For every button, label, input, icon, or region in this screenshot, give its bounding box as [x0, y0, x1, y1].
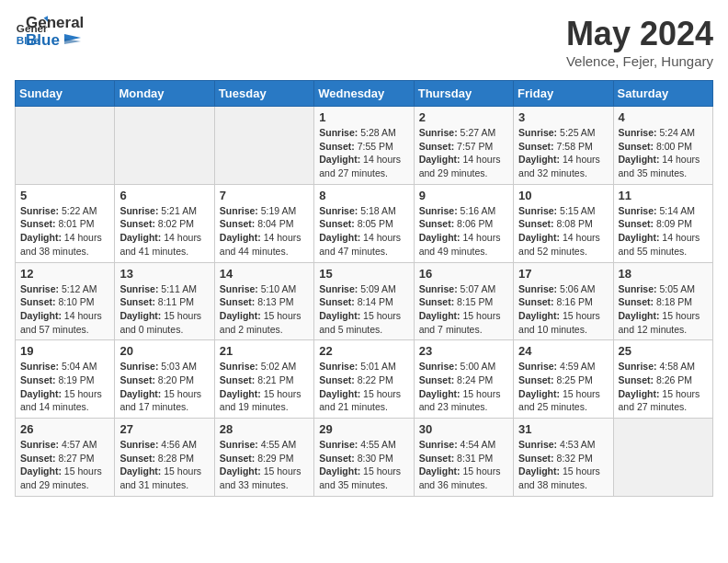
day-number: 17 [518, 267, 608, 281]
day-info: Sunrise: 5:05 AMSunset: 8:18 PMDaylight:… [619, 282, 708, 337]
day-number: 9 [419, 189, 508, 202]
day-info: Sunrise: 5:22 AMSunset: 8:01 PMDaylight:… [20, 204, 109, 259]
day-cell: 20Sunrise: 5:03 AMSunset: 8:20 PMDayligh… [115, 340, 214, 419]
day-info: Sunrise: 5:10 AMSunset: 8:13 PMDaylight:… [220, 282, 309, 337]
day-number: 28 [220, 422, 309, 436]
day-info: Sunrise: 4:59 AMSunset: 8:25 PMDaylight:… [518, 360, 608, 414]
day-info: Sunrise: 5:24 AMSunset: 8:00 PMDaylight:… [619, 126, 708, 180]
day-cell: 22Sunrise: 5:01 AMSunset: 8:22 PMDayligh… [314, 340, 414, 419]
day-info: Sunrise: 5:09 AMSunset: 8:14 PMDaylight:… [319, 282, 408, 337]
day-cell: 18Sunrise: 5:05 AMSunset: 8:18 PMDayligh… [613, 262, 712, 340]
day-number: 16 [419, 267, 508, 281]
day-number: 24 [518, 344, 608, 358]
week-row-5: 26Sunrise: 4:57 AMSunset: 8:27 PMDayligh… [16, 419, 713, 497]
weekday-header-saturday: Saturday [613, 81, 712, 107]
day-cell: 26Sunrise: 4:57 AMSunset: 8:27 PMDayligh… [16, 419, 115, 497]
day-info: Sunrise: 4:55 AMSunset: 8:30 PMDaylight:… [319, 438, 408, 492]
day-cell: 4Sunrise: 5:24 AMSunset: 8:00 PMDaylight… [613, 107, 712, 185]
day-number: 25 [619, 344, 708, 358]
day-cell: 6Sunrise: 5:21 AMSunset: 8:02 PMDaylight… [115, 184, 214, 262]
day-cell [16, 107, 115, 185]
day-cell: 13Sunrise: 5:11 AMSunset: 8:11 PMDayligh… [115, 262, 214, 340]
day-cell: 9Sunrise: 5:16 AMSunset: 8:06 PMDaylight… [414, 184, 513, 262]
day-number: 19 [20, 344, 109, 358]
day-number: 23 [419, 344, 508, 358]
day-info: Sunrise: 5:02 AMSunset: 8:21 PMDaylight:… [220, 360, 309, 414]
day-cell: 5Sunrise: 5:22 AMSunset: 8:01 PMDaylight… [16, 184, 115, 262]
day-info: Sunrise: 5:01 AMSunset: 8:22 PMDaylight:… [319, 360, 408, 414]
day-info: Sunrise: 5:03 AMSunset: 8:20 PMDaylight:… [119, 360, 209, 414]
day-cell: 8Sunrise: 5:18 AMSunset: 8:05 PMDaylight… [314, 184, 414, 262]
logo-blue-text: Blue [26, 32, 84, 50]
day-info: Sunrise: 4:53 AMSunset: 8:32 PMDaylight:… [518, 438, 608, 492]
week-row-2: 5Sunrise: 5:22 AMSunset: 8:01 PMDaylight… [16, 184, 713, 262]
day-number: 12 [20, 267, 109, 281]
day-number: 1 [319, 110, 408, 124]
day-number: 5 [20, 189, 109, 202]
day-number: 20 [119, 344, 209, 358]
weekday-header-wednesday: Wednesday [314, 81, 414, 107]
day-cell: 19Sunrise: 5:04 AMSunset: 8:19 PMDayligh… [16, 340, 115, 419]
day-info: Sunrise: 4:54 AMSunset: 8:31 PMDaylight:… [419, 438, 508, 492]
day-cell [214, 107, 313, 185]
day-cell: 14Sunrise: 5:10 AMSunset: 8:13 PMDayligh… [214, 262, 313, 340]
day-number: 2 [419, 110, 508, 124]
day-cell: 17Sunrise: 5:06 AMSunset: 8:16 PMDayligh… [514, 262, 613, 340]
day-number: 14 [220, 267, 309, 281]
day-number: 13 [119, 267, 209, 281]
day-cell: 15Sunrise: 5:09 AMSunset: 8:14 PMDayligh… [314, 262, 414, 340]
day-cell: 30Sunrise: 4:54 AMSunset: 8:31 PMDayligh… [414, 419, 513, 497]
day-cell: 2Sunrise: 5:27 AMSunset: 7:57 PMDaylight… [414, 107, 513, 185]
day-info: Sunrise: 5:04 AMSunset: 8:19 PMDaylight:… [20, 360, 109, 414]
day-info: Sunrise: 5:07 AMSunset: 8:15 PMDaylight:… [419, 282, 508, 337]
day-number: 21 [220, 344, 309, 358]
day-number: 26 [20, 422, 109, 436]
day-number: 31 [518, 422, 608, 436]
weekday-header-row: SundayMondayTuesdayWednesdayThursdayFrid… [16, 81, 713, 107]
day-number: 6 [119, 189, 209, 202]
day-cell: 23Sunrise: 5:00 AMSunset: 8:24 PMDayligh… [414, 340, 513, 419]
day-info: Sunrise: 5:27 AMSunset: 7:57 PMDaylight:… [419, 126, 508, 180]
day-cell: 29Sunrise: 4:55 AMSunset: 8:30 PMDayligh… [314, 419, 414, 497]
day-info: Sunrise: 5:21 AMSunset: 8:02 PMDaylight:… [119, 204, 209, 259]
day-cell: 21Sunrise: 5:02 AMSunset: 8:21 PMDayligh… [214, 340, 313, 419]
day-info: Sunrise: 5:19 AMSunset: 8:04 PMDaylight:… [220, 204, 309, 259]
logo: General Blue General Blue [15, 15, 84, 49]
day-cell [613, 419, 712, 497]
day-number: 11 [619, 189, 708, 202]
weekday-header-thursday: Thursday [414, 81, 513, 107]
day-cell: 3Sunrise: 5:25 AMSunset: 7:58 PMDaylight… [514, 107, 613, 185]
day-info: Sunrise: 4:56 AMSunset: 8:28 PMDaylight:… [119, 438, 209, 492]
day-info: Sunrise: 4:58 AMSunset: 8:26 PMDaylight:… [619, 360, 708, 414]
weekday-header-monday: Monday [115, 81, 214, 107]
logo-flag-icon [64, 34, 81, 47]
day-info: Sunrise: 5:14 AMSunset: 8:09 PMDaylight:… [619, 204, 708, 259]
week-row-3: 12Sunrise: 5:12 AMSunset: 8:10 PMDayligh… [16, 262, 713, 340]
day-cell: 1Sunrise: 5:28 AMSunset: 7:55 PMDaylight… [314, 107, 414, 185]
day-info: Sunrise: 5:06 AMSunset: 8:16 PMDaylight:… [518, 282, 608, 337]
day-info: Sunrise: 5:12 AMSunset: 8:10 PMDaylight:… [20, 282, 109, 337]
day-number: 22 [319, 344, 408, 358]
day-number: 18 [619, 267, 708, 281]
day-number: 8 [319, 189, 408, 202]
weekday-header-sunday: Sunday [16, 81, 115, 107]
week-row-4: 19Sunrise: 5:04 AMSunset: 8:19 PMDayligh… [16, 340, 713, 419]
calendar-subtitle: Velence, Fejer, Hungary [566, 53, 713, 69]
day-number: 3 [518, 110, 608, 124]
day-cell: 11Sunrise: 5:14 AMSunset: 8:09 PMDayligh… [613, 184, 712, 262]
day-cell: 31Sunrise: 4:53 AMSunset: 8:32 PMDayligh… [514, 419, 613, 497]
calendar-table: SundayMondayTuesdayWednesdayThursdayFrid… [15, 80, 713, 497]
day-number: 10 [518, 189, 608, 202]
title-block: May 2024 Velence, Fejer, Hungary [566, 15, 713, 69]
day-number: 7 [220, 189, 309, 202]
logo-general-text: General [26, 15, 84, 32]
day-info: Sunrise: 5:00 AMSunset: 8:24 PMDaylight:… [419, 360, 508, 414]
day-info: Sunrise: 5:28 AMSunset: 7:55 PMDaylight:… [319, 126, 408, 180]
day-info: Sunrise: 5:18 AMSunset: 8:05 PMDaylight:… [319, 204, 408, 259]
day-info: Sunrise: 5:15 AMSunset: 8:08 PMDaylight:… [518, 204, 608, 259]
day-cell: 28Sunrise: 4:55 AMSunset: 8:29 PMDayligh… [214, 419, 313, 497]
day-number: 27 [119, 422, 209, 436]
day-number: 15 [319, 267, 408, 281]
week-row-1: 1Sunrise: 5:28 AMSunset: 7:55 PMDaylight… [16, 107, 713, 185]
day-cell: 16Sunrise: 5:07 AMSunset: 8:15 PMDayligh… [414, 262, 513, 340]
